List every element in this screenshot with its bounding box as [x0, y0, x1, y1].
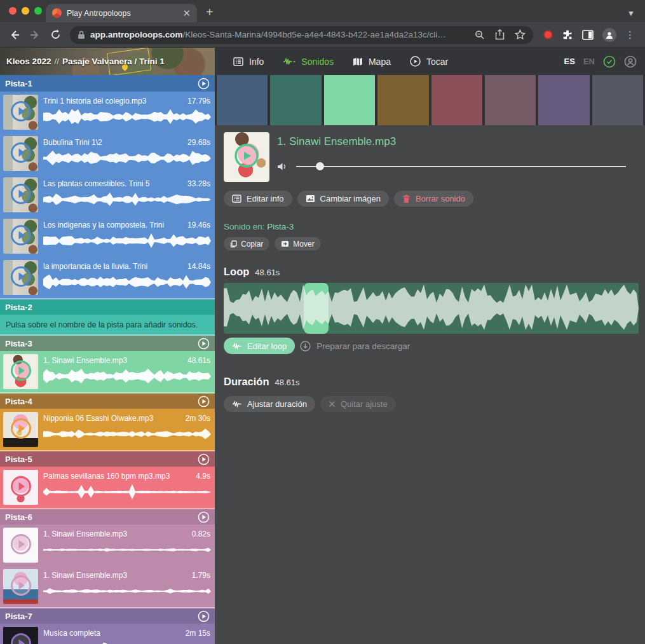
clip-row[interactable]: Los indigenas y la compostela. Trini19.4…: [0, 216, 215, 257]
loop-waveform-panel[interactable]: [224, 283, 639, 334]
prepare-download-button[interactable]: Preparar para descargar: [300, 341, 410, 352]
clip-thumbnail[interactable]: [3, 528, 38, 563]
track-play-button[interactable]: [198, 78, 210, 90]
macos-window-controls[interactable]: [9, 7, 42, 15]
clip-row[interactable]: Nipponia 06 Esashi Oiwake.mp32m 30s: [0, 409, 215, 450]
track-play-button[interactable]: [198, 511, 210, 523]
sound-location-track-link[interactable]: Pista-3: [267, 222, 294, 231]
back-button[interactable]: [6, 27, 23, 43]
edit-loop-button[interactable]: Editar loop: [224, 338, 295, 354]
clip-play-overlay-icon[interactable]: [10, 574, 32, 599]
clip-thumbnail[interactable]: [3, 95, 38, 130]
tab-tocar[interactable]: Tocar: [400, 48, 458, 75]
clip-row[interactable]: Trini 1 historia del colegio.mp317.79s: [0, 92, 215, 133]
track-play-button[interactable]: [198, 395, 210, 408]
color-swatch-7[interactable]: [538, 75, 589, 125]
remove-adjust-button[interactable]: Quitar ajuste: [320, 396, 396, 412]
clip-thumbnail[interactable]: [3, 177, 38, 212]
track-header-pista-6[interactable]: Pista-6: [0, 508, 215, 524]
clip-row[interactable]: 1. Sinawi Ensemble.mp30.82s: [0, 524, 215, 566]
color-swatch-1[interactable]: [217, 75, 268, 125]
copy-button[interactable]: Copiar: [224, 237, 269, 250]
url-bar[interactable]: app.antropoloops.com/Kleos-Santa-Marina/…: [70, 26, 533, 44]
clip-play-overlay-icon[interactable]: [10, 533, 32, 558]
clip-play-overlay-icon[interactable]: [10, 224, 32, 249]
color-swatch-4[interactable]: [377, 75, 428, 125]
new-tab-button[interactable]: +: [206, 5, 214, 20]
color-swatch-3[interactable]: [324, 75, 375, 125]
track-header-pista-2[interactable]: Pista-2: [0, 298, 215, 315]
delete-sound-button[interactable]: Borrar sonido: [394, 191, 473, 207]
track-header-pista-7[interactable]: Pista-7: [0, 607, 215, 624]
volume-slider-thumb[interactable]: [316, 162, 324, 170]
browser-tab[interactable]: Play Antropoloops ✕: [46, 4, 197, 22]
color-swatch-6[interactable]: [485, 75, 536, 125]
play-overlay-icon[interactable]: [233, 142, 260, 172]
forward-button[interactable]: [27, 27, 43, 43]
lang-en[interactable]: EN: [583, 57, 595, 66]
share-icon[interactable]: [495, 29, 505, 40]
breadcrumb[interactable]: Kleos 2022//Pasaje Valvanera / Trini 1: [0, 48, 215, 75]
sound-thumbnail[interactable]: [224, 132, 269, 182]
clip-row[interactable]: Palmas sevillanas 160 bpm mp3.mp34.9s: [0, 467, 215, 508]
color-swatch-5[interactable]: [431, 75, 482, 125]
clip-thumbnail[interactable]: [3, 136, 38, 171]
color-swatch-8[interactable]: [592, 75, 643, 125]
clip-thumbnail[interactable]: [3, 412, 38, 447]
volume-slider[interactable]: [296, 162, 626, 171]
clip-thumbnail[interactable]: [3, 260, 38, 295]
lang-es[interactable]: ES: [564, 57, 575, 66]
tab-search-chevron-icon[interactable]: ▼: [627, 9, 635, 18]
track-header-pista-4[interactable]: Pista-4: [0, 392, 215, 409]
tab-sonidos[interactable]: Sonidos: [273, 48, 343, 75]
track-header-pista-3[interactable]: Pista-3: [0, 334, 215, 351]
track-header-pista-1[interactable]: Pista-1: [0, 75, 215, 92]
account-icon[interactable]: [624, 55, 637, 68]
clip-play-overlay-icon[interactable]: [10, 141, 32, 167]
clip-play-overlay-icon[interactable]: [10, 417, 32, 442]
profile-avatar[interactable]: [602, 28, 616, 42]
edit-info-button[interactable]: Editar info: [224, 191, 292, 207]
tab-mapa[interactable]: Mapa: [343, 48, 400, 75]
move-button[interactable]: Mover: [275, 237, 320, 250]
clip-play-overlay-icon[interactable]: [10, 359, 32, 385]
close-window-button[interactable]: [9, 7, 17, 15]
volume-icon[interactable]: [277, 161, 288, 172]
clip-play-overlay-icon[interactable]: [10, 632, 32, 644]
zoom-icon[interactable]: [475, 30, 485, 40]
bookmark-star-icon[interactable]: [515, 29, 526, 40]
recording-indicator-icon[interactable]: [543, 30, 553, 39]
adjust-duration-button[interactable]: Ajustar duración: [224, 396, 315, 412]
clip-play-overlay-icon[interactable]: [10, 265, 32, 291]
color-swatch-2[interactable]: [270, 75, 321, 125]
extensions-puzzle-icon[interactable]: [562, 29, 573, 41]
clip-thumbnail[interactable]: [3, 219, 38, 254]
clip-thumbnail[interactable]: [3, 569, 38, 604]
clip-row[interactable]: Bubulina Trini 1\229.68s: [0, 133, 215, 174]
clip-thumbnail[interactable]: [3, 627, 38, 644]
clip-row[interactable]: 1. Sinawi Ensemble.mp348.61s: [0, 351, 215, 392]
breadcrumb-page[interactable]: Pasaje Valvanera / Trini 1: [62, 57, 165, 66]
breadcrumb-project[interactable]: Kleos 2022: [6, 57, 51, 66]
tab-info[interactable]: Info: [224, 48, 273, 75]
clip-play-overlay-icon[interactable]: [10, 100, 32, 125]
reload-button[interactable]: [47, 27, 64, 43]
clip-play-overlay-icon[interactable]: [10, 475, 32, 500]
clip-play-overlay-icon[interactable]: [10, 182, 32, 208]
clip-row[interactable]: 1. Sinawi Ensemble.mp31.79s: [0, 566, 215, 607]
browser-menu-icon[interactable]: ⋮: [625, 29, 635, 41]
track-header-pista-5[interactable]: Pista-5: [0, 450, 215, 467]
track-play-button[interactable]: [198, 338, 210, 350]
sync-check-icon[interactable]: [603, 55, 616, 68]
fullscreen-window-button[interactable]: [34, 7, 42, 15]
clip-thumbnail[interactable]: [3, 470, 38, 505]
change-image-button[interactable]: Cambiar imágen: [297, 191, 389, 207]
clip-row[interactable]: Musica completa2m 15s: [0, 624, 215, 644]
clip-row[interactable]: la importancia de la lluvia. Trini14.84s: [0, 257, 215, 298]
track-play-button[interactable]: [198, 610, 210, 622]
track-play-button[interactable]: [198, 453, 210, 465]
side-panel-icon[interactable]: [582, 30, 594, 40]
tab-close-icon[interactable]: ✕: [182, 8, 191, 18]
minimize-window-button[interactable]: [22, 7, 29, 15]
clip-thumbnail[interactable]: [3, 354, 38, 389]
